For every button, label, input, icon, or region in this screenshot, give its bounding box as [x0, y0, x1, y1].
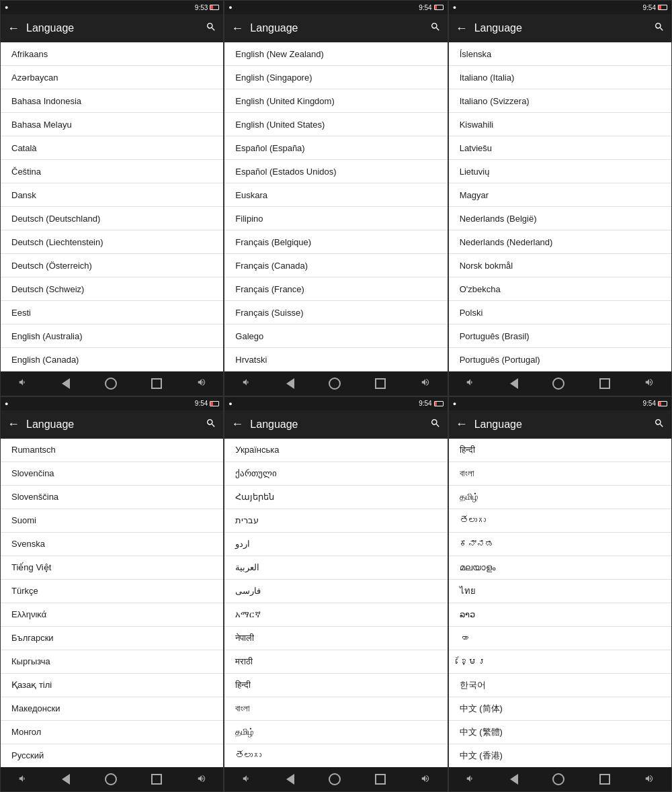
speaker-icon[interactable]: [18, 378, 28, 389]
home-nav-icon[interactable]: [552, 378, 564, 390]
list-item[interactable]: Slovenščina: [1, 486, 223, 509]
recents-nav-icon[interactable]: [599, 774, 610, 785]
list-item[interactable]: Lietuvių: [449, 160, 671, 183]
home-nav-icon[interactable]: [105, 773, 117, 785]
list-item[interactable]: 中文 (繁體): [449, 721, 671, 744]
list-item[interactable]: Français (Belgique): [224, 230, 447, 254]
list-item[interactable]: Nederlands (Nederland): [449, 230, 671, 254]
list-item[interactable]: 中文 (简体): [449, 697, 671, 721]
back-button[interactable]: ←: [231, 21, 243, 36]
list-item[interactable]: Português (Brasil): [449, 324, 671, 348]
list-item[interactable]: Català: [1, 136, 223, 160]
list-item[interactable]: Italiano (Svizzera): [449, 89, 671, 113]
list-item[interactable]: తెలుగు: [449, 509, 671, 533]
volume-icon[interactable]: [197, 774, 206, 785]
speaker-icon[interactable]: [466, 378, 475, 389]
list-item[interactable]: Кыргызча: [1, 650, 223, 674]
list-item[interactable]: Ελληνικά: [1, 603, 223, 627]
list-item[interactable]: Afrikaans: [1, 42, 223, 66]
volume-icon[interactable]: [421, 774, 430, 785]
list-item[interactable]: Italiano (Italia): [449, 66, 671, 89]
list-item[interactable]: Tiếng Việt: [1, 556, 223, 580]
list-item[interactable]: አማርኛ: [224, 603, 447, 627]
list-item[interactable]: Монгол: [1, 721, 223, 744]
home-nav-icon[interactable]: [105, 378, 117, 390]
back-nav-icon[interactable]: [62, 774, 70, 785]
list-item[interactable]: Русский: [1, 744, 223, 768]
list-item[interactable]: हिन्दी: [449, 439, 671, 462]
list-item[interactable]: 한국어: [449, 674, 671, 697]
list-item[interactable]: တာ: [449, 627, 671, 650]
list-item[interactable]: English (Singapore): [224, 66, 447, 89]
list-item[interactable]: Svenska: [1, 533, 223, 556]
list-item[interactable]: עברית: [224, 509, 447, 533]
list-item[interactable]: Kiswahili: [449, 113, 671, 136]
search-icon[interactable]: [654, 21, 665, 35]
list-item[interactable]: Galego: [224, 324, 447, 348]
list-item[interactable]: हिन्दी: [224, 674, 447, 697]
back-button[interactable]: ←: [7, 417, 19, 431]
volume-icon[interactable]: [644, 774, 654, 785]
back-nav-icon[interactable]: [510, 774, 518, 785]
list-item[interactable]: Português (Portugal): [449, 348, 671, 371]
recents-nav-icon[interactable]: [375, 378, 386, 389]
list-item[interactable]: Français (France): [224, 277, 447, 301]
list-item[interactable]: Rumantsch: [1, 439, 223, 462]
home-nav-icon[interactable]: [552, 773, 564, 785]
list-item[interactable]: Magyar: [449, 183, 671, 207]
recents-nav-icon[interactable]: [375, 774, 386, 785]
list-item[interactable]: മലയാളം: [449, 556, 671, 580]
volume-icon[interactable]: [421, 378, 430, 389]
list-item[interactable]: Deutsch (Deutschland): [1, 207, 223, 230]
home-nav-icon[interactable]: [329, 378, 341, 390]
list-item[interactable]: தமிழ்: [449, 486, 671, 509]
search-icon[interactable]: [430, 21, 441, 35]
list-item[interactable]: Norsk bokmål: [449, 254, 671, 277]
list-item[interactable]: தமிழ்: [224, 721, 447, 744]
list-item[interactable]: العربية: [224, 556, 447, 580]
list-item[interactable]: বাংলা: [224, 697, 447, 721]
list-item[interactable]: Македонски: [1, 697, 223, 721]
list-item[interactable]: ខ្មែរ: [449, 650, 671, 674]
speaker-icon[interactable]: [466, 774, 475, 785]
recents-nav-icon[interactable]: [599, 378, 610, 389]
list-item[interactable]: ไทย: [449, 580, 671, 603]
list-item[interactable]: اردو: [224, 533, 447, 556]
back-button[interactable]: ←: [456, 21, 468, 36]
back-nav-icon[interactable]: [62, 378, 70, 389]
list-item[interactable]: Hrvatski: [224, 348, 447, 371]
list-item[interactable]: Čeština: [1, 160, 223, 183]
search-icon[interactable]: [206, 418, 216, 431]
recents-nav-icon[interactable]: [151, 378, 162, 389]
speaker-icon[interactable]: [18, 774, 28, 785]
list-item[interactable]: Eesti: [1, 301, 223, 324]
list-item[interactable]: Français (Canada): [224, 254, 447, 277]
list-item[interactable]: Filipino: [224, 207, 447, 230]
list-item[interactable]: తెలుగు: [224, 744, 447, 768]
home-nav-icon[interactable]: [329, 773, 341, 785]
list-item[interactable]: Íslenska: [449, 42, 671, 66]
list-item[interactable]: Français (Suisse): [224, 301, 447, 324]
list-item[interactable]: Türkçe: [1, 580, 223, 603]
list-item[interactable]: বাংলা: [449, 462, 671, 486]
list-item[interactable]: ქართული: [224, 462, 447, 486]
list-item[interactable]: Azərbaycan: [1, 66, 223, 89]
list-item[interactable]: English (Australia): [1, 324, 223, 348]
back-nav-icon[interactable]: [286, 378, 294, 389]
back-nav-icon[interactable]: [286, 774, 294, 785]
list-item[interactable]: Հայերեն: [224, 486, 447, 509]
back-button[interactable]: ←: [7, 21, 19, 36]
back-nav-icon[interactable]: [510, 378, 518, 389]
list-item[interactable]: English (New Zealand): [224, 42, 447, 66]
list-item[interactable]: English (United Kingdom): [224, 89, 447, 113]
list-item[interactable]: ಕನ್ನಡ: [449, 533, 671, 556]
list-item[interactable]: मराठी: [224, 650, 447, 674]
list-item[interactable]: Nederlands (België): [449, 207, 671, 230]
list-item[interactable]: Bahasa Indonesia: [1, 89, 223, 113]
list-item[interactable]: Deutsch (Liechtenstein): [1, 230, 223, 254]
list-item[interactable]: Latviešu: [449, 136, 671, 160]
list-item[interactable]: Қазақ тілі: [1, 674, 223, 697]
search-icon[interactable]: [206, 21, 216, 35]
search-icon[interactable]: [654, 418, 665, 431]
list-item[interactable]: Български: [1, 627, 223, 650]
